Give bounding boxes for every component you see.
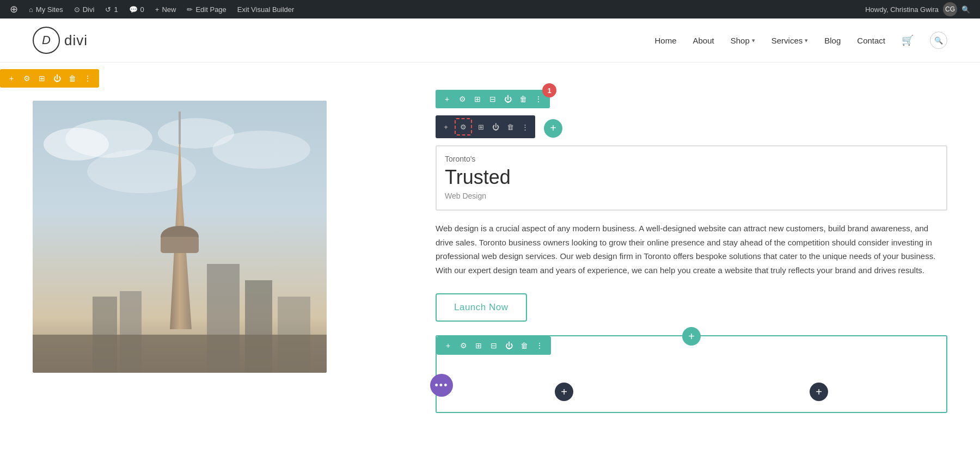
row-more-button[interactable]: ⋮ [82, 72, 94, 84]
wp-icon: ⊕ [10, 3, 18, 15]
bottom-col-2: + [697, 372, 941, 406]
exit-vb-label: Exit Visual Builder [237, 5, 295, 14]
page-row: + ⚙ ⊞ ⊟ ⏻ 🗑 ⋮ 1 + ⚙ [0, 63, 980, 424]
user-avatar[interactable]: CG [943, 2, 957, 16]
site-logo[interactable]: D divi [33, 27, 88, 54]
section-power-button[interactable]: ⏻ [502, 93, 514, 105]
body-text: Web design is a crucial aspect of any mo… [436, 221, 947, 277]
cart-icon[interactable]: 🛒 [902, 34, 914, 46]
row-power-button[interactable]: ⏻ [51, 72, 63, 84]
search-icon-admin[interactable]: 🔍 [961, 5, 970, 14]
col-settings-button[interactable]: ⚙ [457, 121, 469, 133]
text-heading: Trusted [445, 166, 938, 189]
user-greeting: Howdy, Christina Gwira [865, 5, 939, 14]
site-icon: ⊙ [74, 5, 80, 14]
section-delete-button[interactable]: 🗑 [517, 93, 529, 105]
toronto-image [33, 101, 327, 373]
bottom-col2-plus-area: + [810, 383, 828, 401]
main-nav: Home About Shop ▾ Services ▾ Blog Contac… [654, 32, 947, 49]
services-dropdown-arrow: ▾ [805, 37, 808, 44]
nav-services[interactable]: Services ▾ [771, 36, 808, 45]
section-grid-button[interactable]: ⊟ [487, 93, 499, 105]
row-columns-button[interactable]: ⊞ [36, 72, 48, 84]
logo-text: divi [64, 32, 88, 49]
bottom-delete-button[interactable]: 🗑 [518, 340, 530, 352]
search-button[interactable]: 🔍 [930, 32, 947, 49]
col-power-button[interactable]: ⏻ [489, 121, 501, 133]
content-column: + ⚙ ⊞ ⊟ ⏻ 🗑 ⋮ 1 + ⚙ [425, 90, 980, 424]
wp-logo-button[interactable]: ⊕ [4, 0, 23, 19]
bottom-columns-button[interactable]: ⊞ [473, 340, 485, 352]
row-settings-button[interactable]: ⚙ [21, 72, 33, 84]
bottom-col1-add-button[interactable]: + [555, 383, 573, 401]
floating-menu-button[interactable]: ••• [430, 374, 453, 397]
site-name-button[interactable]: ⊙ Divi [69, 0, 100, 19]
nav-home-label: Home [654, 36, 676, 45]
bottom-grid-button[interactable]: ⊟ [488, 340, 500, 352]
row-delete-button[interactable]: 🗑 [66, 72, 78, 84]
text-subtitle: Toronto's [445, 155, 938, 163]
edit-page-label: Edit Page [195, 5, 226, 14]
svg-rect-15 [33, 335, 327, 373]
comments-button[interactable]: 💬 0 [124, 0, 150, 19]
nav-blog-label: Blog [824, 36, 841, 45]
nav-shop[interactable]: Shop ▾ [731, 36, 755, 45]
new-label: New [162, 5, 176, 14]
new-button[interactable]: + New [150, 0, 182, 19]
bottom-add-button[interactable]: + [682, 327, 701, 346]
logo-letter: D [42, 33, 51, 47]
bottom-more-button[interactable]: ⋮ [534, 340, 546, 352]
bottom-section-toolbar: + ⚙ ⊞ ⊟ ⏻ 🗑 ⋮ [437, 336, 551, 355]
col-add-button[interactable]: + [440, 121, 452, 133]
svg-rect-9 [179, 112, 181, 144]
image-column [0, 90, 425, 424]
add-module-button[interactable]: + [544, 119, 562, 138]
col-more-button[interactable]: ⋮ [519, 121, 531, 133]
my-sites-button[interactable]: ⌂ My Sites [23, 0, 69, 19]
bottom-power-button[interactable]: ⏻ [503, 340, 515, 352]
nav-contact[interactable]: Contact [857, 36, 885, 45]
home-icon: ⌂ [29, 5, 33, 14]
edit-icon: ✏ [187, 5, 193, 14]
edit-page-button[interactable]: ✏ Edit Page [181, 0, 231, 19]
nav-contact-label: Contact [857, 36, 885, 45]
revisions-button[interactable]: ↺ 1 [100, 0, 123, 19]
section-toolbar-area: + ⚙ ⊞ ⊟ ⏻ 🗑 ⋮ 1 [436, 90, 947, 111]
bottom-cols: + + [442, 372, 941, 406]
nav-home[interactable]: Home [654, 36, 676, 45]
admin-bar: ⊕ ⌂ My Sites ⊙ Divi ↺ 1 💬 0 + New ✏ Edit… [0, 0, 980, 19]
svg-rect-8 [161, 237, 199, 253]
dots-icon: ••• [435, 380, 449, 391]
col-delete-button[interactable]: 🗑 [504, 121, 516, 133]
section-add-button[interactable]: + [441, 93, 453, 105]
revisions-count: 1 [114, 5, 118, 14]
nav-blog[interactable]: Blog [824, 36, 841, 45]
row-add-button[interactable]: + [5, 72, 17, 84]
my-sites-label: My Sites [36, 5, 63, 14]
nav-about[interactable]: About [693, 36, 714, 45]
section-columns-button[interactable]: ⊞ [471, 93, 483, 105]
column-toolbar: + ⚙ ⊞ ⏻ 🗑 ⋮ [436, 115, 535, 138]
section-settings-button[interactable]: ⚙ [456, 93, 468, 105]
text-sub-heading: Web Design [445, 192, 938, 200]
site-name-label: Divi [83, 5, 95, 14]
nav-shop-label: Shop [731, 36, 750, 45]
col-settings-dashed[interactable]: ⚙ [455, 118, 472, 135]
nav-services-label: Services [771, 36, 803, 45]
exit-visual-builder-button[interactable]: Exit Visual Builder [232, 0, 300, 19]
launch-now-button[interactable]: Launch Now [436, 293, 527, 322]
col-columns-button[interactable]: ⊞ [475, 121, 487, 133]
revisions-icon: ↺ [105, 5, 111, 14]
nav-about-label: About [693, 36, 714, 45]
section-more-button[interactable]: ⋮ [532, 93, 544, 105]
bottom-section: + + ⚙ ⊞ ⊟ ⏻ 🗑 ⋮ + [436, 335, 947, 413]
bottom-col2-add-button[interactable]: + [810, 383, 828, 401]
badge-number: 1 [542, 83, 556, 97]
site-header: D divi Home About Shop ▾ Services ▾ Blog… [0, 19, 980, 63]
bottom-settings-button[interactable]: ⚙ [457, 340, 469, 352]
comments-icon: 💬 [129, 5, 138, 14]
bottom-add-button-tb[interactable]: + [442, 340, 454, 352]
section-toolbar: + ⚙ ⊞ ⊟ ⏻ 🗑 ⋮ 1 [436, 90, 550, 108]
row-toolbar: + ⚙ ⊞ ⏻ 🗑 ⋮ [0, 69, 99, 88]
section-toolbar-wrap: + ⚙ ⊞ ⊟ ⏻ 🗑 ⋮ 1 [436, 90, 550, 111]
